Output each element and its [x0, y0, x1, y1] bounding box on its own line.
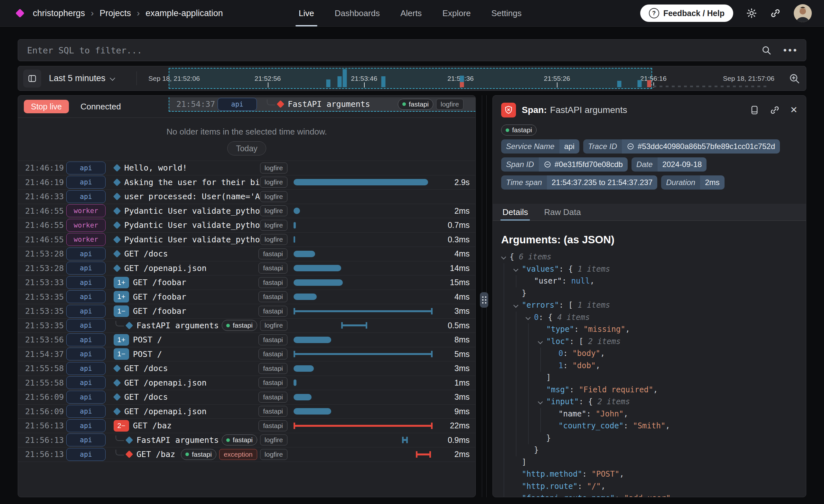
collapse-caret-icon[interactable] — [513, 299, 522, 312]
trace-row[interactable]: 21:55:58apiGET /openapi.jsonfastapi1ms — [18, 376, 476, 390]
feedback-help-button[interactable]: ? Feedback / Help — [640, 4, 733, 22]
duration-bar — [294, 236, 295, 243]
duration-label: 3ms — [437, 306, 476, 316]
trace-row[interactable]: 21:56:09apiGET /docsfastapi3ms — [18, 390, 476, 404]
trace-row[interactable]: 21:46:33apiuser processed: User(name='An… — [18, 189, 476, 204]
sidebar-toggle-button[interactable] — [23, 70, 41, 88]
attribute-chip-date: Date2024-09-18 — [631, 158, 707, 172]
sql-filter-input[interactable]: Enter SQL to filter... — [27, 45, 761, 56]
tag-badge-fastapi: fastapi — [398, 99, 433, 110]
link-icon[interactable] — [544, 161, 551, 168]
trace-row[interactable]: 21:53:33api1+GET /foobarfastapi15ms — [18, 275, 476, 290]
collapse-caret-icon[interactable] — [501, 251, 510, 263]
today-button[interactable]: Today — [227, 141, 266, 156]
span-diamond-icon — [113, 207, 121, 215]
tag-badge-fastapi: fastapi — [259, 363, 288, 374]
chip-label: Trace ID — [583, 139, 622, 154]
timeline-selection[interactable]: 21:52:5621:53:4621:54:3621:55:2621:56:16 — [169, 68, 652, 89]
trace-row[interactable]: 21:53:56api1+POST /fastapi8ms — [18, 332, 476, 347]
tab-explore[interactable]: Explore — [442, 0, 471, 26]
user-avatar[interactable] — [794, 4, 812, 22]
tag-badge-fastapi: fastapi — [259, 291, 288, 302]
service-badge: worker — [66, 204, 106, 217]
panel-splitter[interactable] — [476, 95, 493, 497]
tree-connector — [116, 321, 124, 327]
histogram-bar — [337, 76, 341, 87]
link-icon[interactable] — [627, 142, 634, 150]
zoom-in-icon[interactable] — [789, 73, 800, 84]
children-count-badge[interactable]: 1− — [114, 305, 129, 317]
span-diamond-icon — [113, 393, 121, 401]
copy-link-icon[interactable] — [769, 105, 780, 115]
duration-bar — [294, 394, 312, 400]
json-line: "loc": [ 2 items — [501, 336, 798, 348]
trace-row[interactable]: 21:54:37apiFastAPI argumentsfastapilogfi… — [169, 97, 476, 112]
duration-bar — [294, 279, 343, 286]
breadcrumb-item[interactable]: Projects — [99, 8, 131, 18]
trace-row[interactable]: 21:53:28apiGET /docsfastapi4ms — [18, 246, 476, 261]
timeline-end-label: Sep 18, 21:57:06 — [723, 75, 775, 82]
logfire-logo-icon[interactable] — [15, 9, 24, 18]
span-diamond-icon — [113, 235, 121, 243]
trace-row[interactable]: 21:54:37api1−POST /fastapi5ms — [18, 347, 476, 362]
trace-row[interactable]: 21:56:13apiGET /baz (fofastapiexceptionl… — [18, 447, 476, 462]
json-line: ] — [501, 457, 798, 469]
row-time: 21:53:56 — [18, 335, 66, 344]
breadcrumb-item[interactable]: christophergs — [33, 8, 85, 18]
trace-row[interactable]: 21:53:35apiFastAPI argumentsfastapilogfi… — [18, 318, 476, 333]
trace-row[interactable]: 21:56:09apiGET /openapi.jsonfastapi9ms — [18, 404, 476, 419]
trace-row[interactable]: 21:53:28apiGET /openapi.jsonfastapi14ms — [18, 261, 476, 276]
tag-badge-fastapi: fastapi — [181, 449, 216, 460]
duration-label: 0.3ms — [437, 235, 476, 244]
close-icon[interactable]: ✕ — [790, 106, 798, 115]
search-icon[interactable] — [761, 45, 771, 56]
service-badge: worker — [66, 219, 106, 232]
dock-panel-icon[interactable] — [750, 105, 759, 115]
theme-toggle-icon[interactable] — [746, 8, 757, 19]
trace-row[interactable]: 21:46:55workerPydantic User validate_pyt… — [18, 218, 476, 232]
trace-row[interactable]: 21:53:35api1+GET /foobarfastapi4ms — [18, 290, 476, 304]
tab-details[interactable]: Details — [502, 204, 528, 220]
tag-badge-fastapi: fastapi — [259, 263, 288, 274]
tab-alerts[interactable]: Alerts — [400, 0, 422, 26]
time-range-dropdown[interactable]: Last 5 minutes — [49, 66, 114, 90]
trace-row[interactable]: 21:46:55workerPydantic User validate_pyt… — [18, 232, 476, 247]
collapse-caret-icon[interactable] — [526, 312, 534, 324]
chip-value: #53ddc40980a86b57bfe89c1cc01c752d — [622, 139, 780, 154]
collapse-caret-icon[interactable] — [513, 263, 522, 276]
share-link-icon[interactable] — [770, 8, 781, 19]
trace-row[interactable]: 21:56:13apiFastAPI argumentsfastapilogfi… — [18, 433, 476, 447]
duration-bar — [416, 451, 431, 458]
span-name: GET /docs — [124, 392, 168, 402]
tab-settings[interactable]: Settings — [492, 0, 522, 26]
tab-raw-data[interactable]: Raw Data — [544, 204, 581, 220]
attribute-chip-duration: Duration2ms — [661, 175, 724, 190]
stop-live-button[interactable]: Stop live — [24, 100, 69, 113]
trace-row[interactable]: 21:55:58apiGET /docsfastapi3ms — [18, 361, 476, 376]
splitter-drag-handle[interactable] — [480, 292, 488, 308]
tag-badge-logfire: logfire — [260, 234, 288, 245]
trace-row[interactable]: 21:46:19apiAsking the user for their bir… — [18, 175, 476, 190]
tag-badge-fastapi: fastapi — [259, 306, 288, 317]
tab-live[interactable]: Live — [299, 0, 314, 26]
children-count-badge[interactable]: 1− — [114, 348, 129, 360]
breadcrumb-item[interactable]: example-application — [145, 8, 223, 18]
children-count-badge[interactable]: 1+ — [114, 334, 129, 346]
trace-row[interactable]: 21:56:13api2−GET /bazfastapi22ms — [18, 418, 476, 433]
children-count-badge[interactable]: 2− — [114, 420, 129, 431]
trace-row[interactable]: 21:46:19apiHello, world!logfire — [18, 161, 476, 175]
detail-tabs: DetailsRaw Data — [493, 204, 806, 221]
json-line: } — [501, 444, 798, 457]
trace-row[interactable]: 21:53:35api1−GET /foobarfastapi3ms — [18, 304, 476, 318]
children-count-badge[interactable]: 1+ — [114, 291, 129, 303]
duration-bar — [294, 222, 296, 228]
collapse-caret-icon[interactable] — [538, 336, 546, 348]
duration-bar — [341, 322, 367, 329]
row-time: 21:46:19 — [18, 163, 66, 173]
trace-row[interactable]: 21:46:55workerPydantic User validate_pyt… — [18, 204, 476, 218]
tab-dashboards[interactable]: Dashboards — [335, 0, 380, 26]
children-count-badge[interactable]: 1+ — [114, 277, 129, 288]
duration-label: 2ms — [437, 449, 476, 459]
collapse-caret-icon[interactable] — [538, 396, 546, 408]
duration-bar — [294, 337, 331, 343]
